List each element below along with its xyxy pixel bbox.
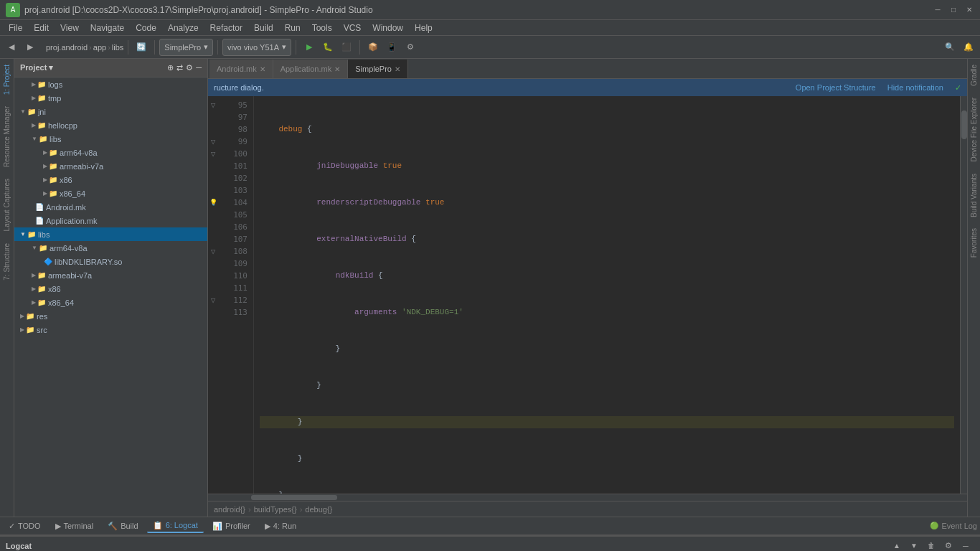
settings-icon[interactable]: ⚙ xyxy=(186,63,193,72)
tree-item-hellocpp[interactable]: ▶ 📁 hellocpp xyxy=(14,118,207,132)
tree-item-libs-armeabi[interactable]: ▶ 📁 armeabi-v7a xyxy=(14,268,207,282)
panel-tab-device-explorer[interactable]: Device File Explorer xyxy=(969,92,979,167)
open-project-structure-link[interactable]: Open Project Structure xyxy=(796,83,876,92)
fold-marker[interactable]: ▽ xyxy=(208,99,218,111)
menu-code[interactable]: Code xyxy=(130,22,162,34)
tab-build[interactable]: 🔨 Build xyxy=(102,520,143,532)
code-content[interactable]: debug { jniDebuggable true renderscriptD… xyxy=(254,96,960,494)
breadcrumb-android[interactable]: android{} xyxy=(214,505,245,514)
menu-window[interactable]: Window xyxy=(367,22,409,34)
notifications-btn[interactable]: 🔔 xyxy=(960,39,977,56)
logcat-minimize-btn[interactable]: ─ xyxy=(957,537,974,552)
menu-view[interactable]: View xyxy=(55,22,85,34)
logcat-icon: 📋 xyxy=(153,521,163,530)
tree-item-android-mk[interactable]: 📄 Android.mk xyxy=(14,200,207,214)
clear-logcat-btn[interactable]: 🗑 xyxy=(923,537,940,552)
sdk-manager-btn[interactable]: 📦 xyxy=(364,39,382,56)
menu-tools[interactable]: Tools xyxy=(306,22,338,34)
toolbar-sep-5 xyxy=(359,40,360,55)
panel-tab-project[interactable]: 1: Project xyxy=(1,59,12,100)
tree-item-arm64[interactable]: ▶ 📁 arm64-v8a xyxy=(14,146,207,159)
minimize-button[interactable]: ─ xyxy=(933,5,943,15)
tree-item-tmp[interactable]: ▶ 📁 tmp xyxy=(14,91,207,105)
forward-button[interactable]: ▶ xyxy=(22,39,39,56)
vertical-scrollbar[interactable] xyxy=(960,96,967,494)
maximize-button[interactable]: □ xyxy=(948,5,958,15)
tab-profiler[interactable]: 📊 Profiler xyxy=(207,520,256,532)
run-button[interactable]: ▶ xyxy=(301,39,318,56)
settings-btn[interactable]: ⚙ xyxy=(402,39,419,56)
menu-navigate[interactable]: Navigate xyxy=(85,22,130,34)
tree-item-libs-x86[interactable]: ▶ 📁 x86 xyxy=(14,282,207,296)
search-everywhere-btn[interactable]: 🔍 xyxy=(941,39,958,56)
breadcrumb-libs[interactable]: libs xyxy=(112,43,124,52)
menu-vcs[interactable]: VCS xyxy=(338,22,367,34)
tree-item-libs-arm64[interactable]: ▼ 📁 arm64-v8a xyxy=(14,241,207,255)
tab-android-mk-label: Android.mk xyxy=(217,65,257,73)
scroll-up-btn[interactable]: ▲ xyxy=(888,537,905,552)
tab-android-mk[interactable]: Android.mk ✕ xyxy=(209,60,273,78)
menu-refactor[interactable]: Refactor xyxy=(204,22,248,34)
menu-file[interactable]: File xyxy=(3,22,28,34)
tree-item-logs[interactable]: ▶ 📁 logs xyxy=(14,77,207,91)
menu-analyze[interactable]: Analyze xyxy=(162,22,204,34)
panel-tab-favorites[interactable]: Favorites xyxy=(969,222,979,263)
panel-tab-build-variants[interactable]: Build Variants xyxy=(969,168,979,223)
tree-label-jni: jni xyxy=(38,108,46,116)
tree-item-src[interactable]: ▶ 📁 src xyxy=(14,323,207,336)
tree-item-jni-libs[interactable]: ▼ 📁 libs xyxy=(14,132,207,146)
fold-marker[interactable]: ▽ xyxy=(208,148,218,160)
collapse-icon[interactable]: ⇄ xyxy=(176,63,183,72)
scroll-down-btn[interactable]: ▼ xyxy=(905,537,923,552)
menu-help[interactable]: Help xyxy=(409,22,438,34)
panel-tab-structure[interactable]: 7: Structure xyxy=(1,237,12,286)
fold-marker[interactable]: ▽ xyxy=(208,136,218,148)
menu-edit[interactable]: Edit xyxy=(28,22,55,34)
device-dropdown[interactable]: vivo vivo Y51A ▾ xyxy=(222,39,291,56)
tab-run[interactable]: ▶ 4: Run xyxy=(259,520,302,532)
bulb-icon[interactable]: 💡 xyxy=(208,197,218,209)
breadcrumb-buildtypes[interactable]: buildTypes{} xyxy=(254,505,297,514)
tree-item-jni[interactable]: ▼ 📁 jni xyxy=(14,105,207,118)
avd-manager-btn[interactable]: 📱 xyxy=(383,39,400,56)
tab-android-mk-close[interactable]: ✕ xyxy=(260,65,265,73)
breadcrumb-app[interactable]: app xyxy=(93,43,106,52)
event-log-link[interactable]: Event Log xyxy=(941,522,977,530)
fold-marker[interactable]: ▽ xyxy=(208,294,218,306)
external-link-icon[interactable]: ⊕ xyxy=(167,63,174,72)
tree-item-x86[interactable]: ▶ 📁 x86 xyxy=(14,173,207,187)
debug-button[interactable]: 🐛 xyxy=(319,39,336,56)
tab-logcat[interactable]: 📋 6: Logcat xyxy=(147,519,204,533)
close-button[interactable]: ✕ xyxy=(964,5,974,15)
tree-item-application-mk[interactable]: 📄 Application.mk xyxy=(14,214,207,227)
tree-item-so[interactable]: 🔷 libNDKLIBRARY.so xyxy=(14,255,207,268)
tab-logcat-label: 6: Logcat xyxy=(166,521,198,529)
gradle-sync-btn[interactable]: 🔄 xyxy=(133,39,150,56)
menu-build[interactable]: Build xyxy=(248,22,279,34)
hide-notification-link[interactable]: Hide notification xyxy=(887,83,943,92)
horizontal-scrollbar[interactable] xyxy=(208,494,967,501)
tab-simplepro[interactable]: SimplePro ✕ xyxy=(348,60,408,78)
run-config-dropdown[interactable]: SimplePro ▾ xyxy=(159,39,213,56)
tab-simplepro-close[interactable]: ✕ xyxy=(395,65,400,73)
panel-tab-gradle[interactable]: Gradle xyxy=(969,59,979,92)
tree-item-res[interactable]: ▶ 📁 res xyxy=(14,309,207,323)
tab-application-mk[interactable]: Application.mk ✕ xyxy=(273,60,349,78)
breadcrumb-debug[interactable]: debug{} xyxy=(305,505,332,514)
tree-item-libs-x86-64[interactable]: ▶ 📁 x86_64 xyxy=(14,296,207,309)
hide-icon[interactable]: ─ xyxy=(196,63,202,72)
tab-terminal[interactable]: ▶ Terminal xyxy=(50,520,100,532)
tree-item-armeabi[interactable]: ▶ 📁 armeabi-v7a xyxy=(14,159,207,173)
back-button[interactable]: ◀ xyxy=(3,39,20,56)
logcat-settings-btn[interactable]: ⚙ xyxy=(940,537,957,552)
panel-tab-resource-manager[interactable]: Resource Manager xyxy=(1,100,12,173)
tree-item-libs-selected[interactable]: ▼ 📁 libs xyxy=(14,227,207,241)
breadcrumb-proj[interactable]: proj.android xyxy=(46,43,88,52)
fold-marker[interactable]: ▽ xyxy=(208,245,218,258)
menu-run[interactable]: Run xyxy=(279,22,306,34)
tab-application-mk-close[interactable]: ✕ xyxy=(334,65,340,73)
stop-button[interactable]: ⬛ xyxy=(338,39,355,56)
panel-tab-layout-captures[interactable]: Layout Captures xyxy=(1,173,12,237)
tab-todo[interactable]: ✓ TODO xyxy=(3,520,47,532)
tree-item-x86-64[interactable]: ▶ 📁 x86_64 xyxy=(14,187,207,200)
